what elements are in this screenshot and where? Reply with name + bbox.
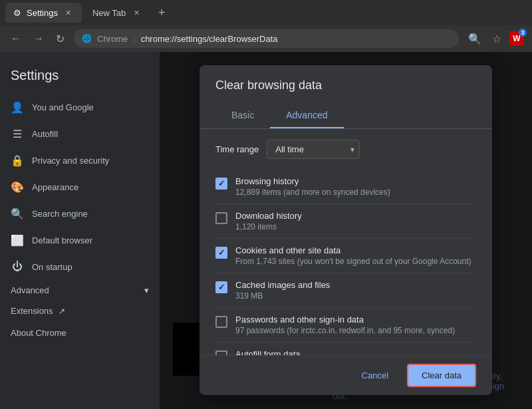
extensions-label: Extensions bbox=[11, 306, 53, 316]
sidebar-item-about[interactable]: About Chrome bbox=[0, 321, 152, 344]
sidebar-title: Settings bbox=[0, 63, 160, 94]
download-history-desc: 1,120 items bbox=[235, 222, 476, 231]
sidebar-label-you-and-google: You and Google bbox=[32, 102, 94, 112]
on-startup-icon: ⏻ bbox=[11, 260, 24, 273]
checkbox-autofill[interactable] bbox=[215, 350, 227, 355]
extension-icon[interactable]: W 3 bbox=[509, 31, 524, 46]
tab-settings[interactable]: ⚙ Settings ✕ bbox=[5, 3, 82, 23]
sidebar-label-privacy: Privacy and security bbox=[32, 156, 109, 166]
check-item-autofill: Autofill form data bbox=[215, 342, 476, 355]
advanced-arrow-icon: ▾ bbox=[144, 285, 149, 295]
time-range-select[interactable]: All time Last hour Last 24 hours Last 7 … bbox=[267, 140, 360, 159]
dialog-title: Clear browsing data bbox=[200, 65, 492, 103]
sidebar: Settings 👤 You and Google ☰ Autofill 🔒 P… bbox=[0, 52, 160, 409]
cookies-title: Cookies and other site data bbox=[235, 245, 476, 255]
browsing-history-title: Browsing history bbox=[235, 176, 476, 186]
clear-browsing-data-dialog: Clear browsing data Basic Advanced Time … bbox=[200, 65, 492, 395]
time-range-row: Time range All time Last hour Last 24 ho… bbox=[215, 140, 476, 159]
bookmark-icon[interactable]: ☆ bbox=[489, 30, 504, 48]
cookies-desc: From 1,743 sites (you won't be signed ou… bbox=[235, 257, 476, 266]
sidebar-label-search: Search engine bbox=[32, 209, 88, 219]
tab-newtab[interactable]: New Tab ✕ bbox=[84, 3, 150, 23]
passwords-content: Passwords and other sign-in data 97 pass… bbox=[235, 315, 476, 335]
autofill-icon: ☰ bbox=[11, 127, 24, 140]
download-history-content: Download history 1,120 items bbox=[235, 211, 476, 231]
checkbox-browsing-history[interactable] bbox=[215, 178, 227, 190]
sidebar-label-autofill: Autofill bbox=[32, 129, 58, 139]
search-engine-icon: 🔍 bbox=[11, 207, 24, 220]
extension-badge: 3 bbox=[519, 29, 527, 37]
sidebar-label-on-startup: On startup bbox=[32, 262, 72, 272]
cookies-content: Cookies and other site data From 1,743 s… bbox=[235, 245, 476, 266]
sidebar-item-privacy[interactable]: 🔒 Privacy and security bbox=[0, 147, 152, 174]
sidebar-label-default-browser: Default browser bbox=[32, 235, 92, 245]
download-history-title: Download history bbox=[235, 211, 476, 221]
check-item-passwords: Passwords and other sign-in data 97 pass… bbox=[215, 308, 476, 342]
browsing-history-content: Browsing history 12,889 items (and more … bbox=[235, 176, 476, 197]
sidebar-advanced-section[interactable]: Advanced ▾ bbox=[0, 280, 160, 301]
address-actions: 🔍 ☆ W 3 bbox=[466, 30, 524, 48]
search-icon[interactable]: 🔍 bbox=[466, 30, 484, 48]
check-item-cached: Cached images and files 319 MB bbox=[215, 273, 476, 308]
dialog-body: Time range All time Last hour Last 24 ho… bbox=[200, 129, 492, 355]
passwords-desc: 97 passwords (for irctc.co.in, redwolf.i… bbox=[235, 326, 476, 335]
check-item-browsing-history: Browsing history 12,889 items (and more … bbox=[215, 170, 476, 204]
url-prefix: Chrome bbox=[97, 34, 128, 44]
sidebar-item-autofill[interactable]: ☰ Autofill bbox=[0, 120, 152, 147]
cancel-button[interactable]: Cancel bbox=[348, 365, 402, 386]
dialog-tabs: Basic Advanced bbox=[200, 103, 492, 129]
settings-tab-label: Settings bbox=[27, 8, 58, 18]
sidebar-item-appearance[interactable]: 🎨 Appearance bbox=[0, 174, 152, 200]
sidebar-item-default-browser[interactable]: ⬜ Default browser bbox=[0, 227, 152, 253]
url-security-icon: 🌐 bbox=[82, 34, 92, 43]
new-tab-button[interactable]: + bbox=[152, 3, 171, 22]
title-bar: ⚙ Settings ✕ New Tab ✕ + bbox=[0, 0, 532, 25]
advanced-section-title: Advanced bbox=[11, 285, 49, 295]
checkbox-cached[interactable] bbox=[215, 281, 227, 293]
refresh-button[interactable]: ↻ bbox=[53, 30, 67, 48]
newtab-tab-close[interactable]: ✕ bbox=[131, 7, 142, 18]
time-range-label: Time range bbox=[215, 144, 259, 154]
sidebar-label-appearance: Appearance bbox=[32, 182, 78, 192]
url-bar[interactable]: 🌐 Chrome | chrome://settings/clearBrowse… bbox=[74, 29, 459, 48]
sidebar-label-about: About Chrome bbox=[11, 328, 66, 338]
privacy-icon: 🔒 bbox=[11, 154, 24, 167]
cached-content: Cached images and files 319 MB bbox=[235, 280, 476, 301]
default-browser-icon: ⬜ bbox=[11, 233, 24, 247]
cached-title: Cached images and files bbox=[235, 280, 476, 290]
sidebar-item-on-startup[interactable]: ⏻ On startup bbox=[0, 253, 152, 280]
address-bar: ← → ↻ 🌐 Chrome | chrome://settings/clear… bbox=[0, 25, 532, 52]
checkbox-passwords[interactable] bbox=[215, 316, 227, 328]
extensions-external-icon: ↗ bbox=[59, 307, 65, 316]
autofill-title: Autofill form data bbox=[235, 349, 476, 355]
clear-data-button[interactable]: Clear data bbox=[407, 364, 476, 387]
settings-tab-icon: ⚙ bbox=[13, 8, 21, 18]
settings-tab-close[interactable]: ✕ bbox=[63, 7, 74, 18]
sidebar-item-you-and-google[interactable]: 👤 You and Google bbox=[0, 94, 152, 120]
newtab-tab-label: New Tab bbox=[92, 8, 126, 18]
main-content: Settings 👤 You and Google ☰ Autofill 🔒 P… bbox=[0, 52, 532, 409]
browsing-history-desc: 12,889 items (and more on synced devices… bbox=[235, 188, 476, 197]
back-button[interactable]: ← bbox=[8, 30, 24, 47]
sidebar-extensions[interactable]: Extensions ↗ bbox=[0, 301, 160, 321]
check-item-download-history: Download history 1,120 items bbox=[215, 204, 476, 239]
passwords-title: Passwords and other sign-in data bbox=[235, 315, 476, 325]
you-and-google-icon: 👤 bbox=[11, 100, 24, 114]
dialog-footer: Cancel Clear data bbox=[200, 355, 492, 395]
sidebar-item-search[interactable]: 🔍 Search engine bbox=[0, 200, 152, 227]
appearance-icon: 🎨 bbox=[11, 180, 24, 194]
checkbox-download-history[interactable] bbox=[215, 212, 227, 224]
check-item-cookies: Cookies and other site data From 1,743 s… bbox=[215, 239, 476, 273]
checkbox-cookies[interactable] bbox=[215, 247, 227, 259]
forward-button[interactable]: → bbox=[31, 30, 47, 47]
tab-advanced[interactable]: Advanced bbox=[270, 103, 343, 128]
autofill-content: Autofill form data bbox=[235, 349, 476, 355]
url-separator: | bbox=[133, 34, 135, 44]
time-range-select-wrapper: All time Last hour Last 24 hours Last 7 … bbox=[267, 140, 360, 159]
page-area: Clear browsing data Basic Advanced Time … bbox=[160, 52, 532, 409]
url-text: chrome://settings/clearBrowserData bbox=[141, 34, 278, 44]
cached-desc: 319 MB bbox=[235, 291, 476, 301]
tab-basic[interactable]: Basic bbox=[215, 103, 270, 128]
